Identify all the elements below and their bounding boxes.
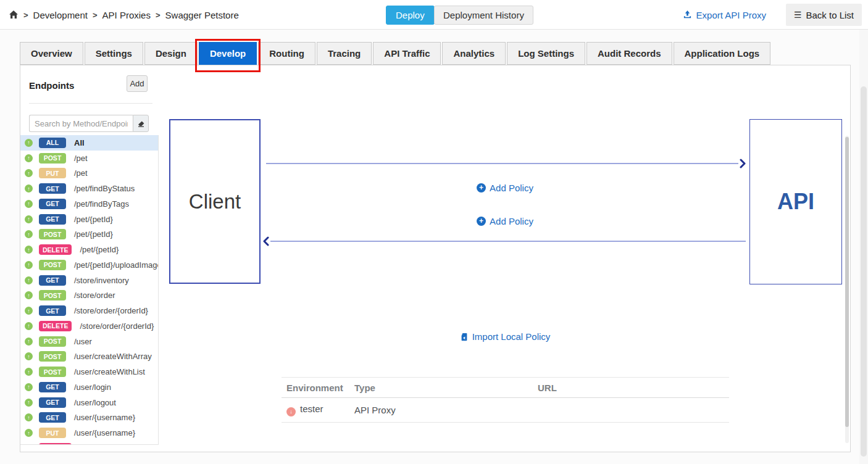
publish-up-icon[interactable]: ↑: [25, 352, 33, 360]
breadcrumb-item[interactable]: API Proxies: [102, 10, 151, 20]
endpoint-item[interactable]: ↑DELETE/store/order/{orderId}: [20, 318, 158, 334]
tab-routing[interactable]: Routing: [258, 42, 315, 65]
publish-up-icon[interactable]: ↑: [25, 139, 33, 147]
clear-search-button[interactable]: [133, 115, 149, 132]
endpoint-item[interactable]: ↑POST/user: [20, 334, 158, 349]
back-to-list-button[interactable]: ☰ Back to List: [786, 4, 862, 26]
tab-overview[interactable]: Overview: [20, 42, 83, 65]
publish-up-icon[interactable]: ↑: [25, 246, 33, 254]
publish-up-icon[interactable]: ↑: [25, 276, 33, 284]
page-scrollbar-thumb[interactable]: [861, 86, 867, 457]
endpoint-search-group: [29, 115, 149, 132]
request-add-policy-link[interactable]: + Add Policy: [477, 183, 533, 193]
endpoint-item[interactable]: ↑GET/user/logout: [20, 395, 158, 410]
endpoints-title: Endpoints: [29, 80, 74, 91]
endpoint-path: /user/{username}: [74, 428, 135, 437]
tab-log-settings[interactable]: Log Settings: [507, 42, 585, 65]
endpoint-item[interactable]: ↑GET/pet/findByTags: [20, 196, 158, 212]
endpoint-path: /pet/{petId}: [74, 215, 113, 224]
tab-application-logs[interactable]: Application Logs: [674, 42, 771, 65]
tab-develop[interactable]: Develop: [199, 42, 257, 65]
publish-up-icon[interactable]: ↑: [25, 169, 33, 177]
request-flow-line: [266, 163, 738, 164]
method-badge: POST: [39, 336, 66, 347]
deployment-history-button[interactable]: Deployment History: [434, 6, 533, 25]
endpoint-item[interactable]: ↑POST/user/createWithList: [20, 364, 158, 379]
endpoint-item[interactable]: ↑POST/pet: [20, 151, 158, 166]
endpoint-path: /user/logout: [74, 398, 116, 407]
export-upload-icon: [683, 10, 693, 20]
add-endpoint-button[interactable]: Add: [127, 75, 148, 92]
column-header-environment: Environment: [282, 378, 349, 398]
publish-up-icon[interactable]: ↑: [25, 383, 33, 391]
publish-up-icon[interactable]: ↑: [25, 444, 33, 445]
endpoint-item[interactable]: ↑GET/pet/{petId}: [20, 212, 158, 227]
endpoint-item[interactable]: ↑GET/store/order/{orderId}: [20, 303, 158, 318]
environment-row: ↓testerAPI Proxy: [282, 398, 729, 423]
response-add-policy-link[interactable]: + Add Policy: [477, 216, 533, 226]
environment-name: tester: [300, 404, 323, 414]
endpoint-path: /store/inventory: [74, 276, 129, 285]
endpoint-path: /pet: [74, 154, 88, 163]
export-api-proxy-label: Export API Proxy: [696, 10, 766, 20]
publish-up-icon[interactable]: ↑: [25, 215, 33, 223]
endpoint-item[interactable]: ↑PUT/pet: [20, 166, 158, 181]
import-local-policy-link[interactable]: Import Local Policy: [460, 331, 551, 342]
environment-status-icon[interactable]: ↓: [286, 407, 296, 416]
endpoint-item[interactable]: ↑GET/user/login: [20, 379, 158, 395]
publish-up-icon[interactable]: ↑: [25, 307, 33, 315]
home-icon[interactable]: [9, 10, 19, 20]
endpoint-path: /user/{username}: [74, 413, 135, 422]
endpoint-path: /pet/{petId}/uploadImage: [74, 260, 159, 270]
endpoint-item[interactable]: ↑POST/user/createWithArray: [20, 349, 158, 365]
endpoint-item[interactable]: ↑DELETE: [20, 441, 158, 445]
method-badge: PUT: [39, 168, 66, 178]
endpoint-path: /user: [74, 337, 92, 346]
publish-up-icon[interactable]: ↑: [25, 230, 33, 238]
publish-up-icon[interactable]: ↑: [25, 413, 33, 421]
breadcrumb-item[interactable]: Swagger Petstore: [165, 10, 239, 20]
endpoint-item[interactable]: ↑GET/store/inventory: [20, 273, 158, 288]
publish-up-icon[interactable]: ↑: [25, 399, 33, 407]
endpoint-item[interactable]: ↑PUT/user/{username}: [20, 425, 158, 441]
endpoint-item[interactable]: ↑GET/user/{username}: [20, 410, 158, 426]
publish-up-icon[interactable]: ↑: [25, 261, 33, 269]
method-badge: GET: [39, 382, 66, 392]
tab-design[interactable]: Design: [144, 42, 198, 65]
tab-analytics[interactable]: Analytics: [442, 42, 506, 65]
endpoint-item[interactable]: ↑POST/pet/{petId}: [20, 227, 158, 242]
tab-audit-records[interactable]: Audit Records: [586, 42, 672, 65]
endpoint-item[interactable]: ↑GET/pet/findByStatus: [20, 181, 158, 196]
main-panel: Endpoints Add ↑ALLAll↑POST/pet↑PUT/pet↑G…: [20, 65, 851, 452]
eraser-icon: [137, 120, 145, 128]
method-badge: GET: [39, 275, 66, 286]
endpoint-search-input[interactable]: [29, 115, 133, 132]
method-badge: POST: [39, 153, 66, 164]
tab-api-traffic[interactable]: API Traffic: [373, 42, 441, 65]
publish-up-icon[interactable]: ↑: [25, 322, 33, 330]
publish-up-icon[interactable]: ↑: [25, 200, 33, 208]
endpoint-item[interactable]: ↑ALLAll: [20, 135, 158, 151]
publish-up-icon[interactable]: ↑: [25, 154, 33, 162]
endpoint-list-scrollbar[interactable]: [845, 136, 849, 443]
endpoint-item[interactable]: ↑POST/pet/{petId}/uploadImage: [20, 257, 158, 273]
request-arrowhead-icon: [740, 159, 746, 168]
back-to-list-label: Back to List: [806, 10, 854, 20]
column-header-url: URL: [533, 378, 729, 398]
tab-settings[interactable]: Settings: [85, 42, 143, 65]
import-local-policy-label: Import Local Policy: [472, 331, 551, 342]
export-api-proxy-link[interactable]: Export API Proxy: [683, 0, 766, 30]
tab-tracing[interactable]: Tracing: [317, 42, 372, 65]
publish-up-icon[interactable]: ↑: [25, 184, 33, 193]
publish-up-icon[interactable]: ↑: [25, 368, 33, 376]
publish-up-icon[interactable]: ↑: [25, 429, 33, 437]
deploy-button[interactable]: Deploy: [386, 6, 435, 25]
column-header-type: Type: [349, 378, 533, 398]
page-scrollbar[interactable]: [859, 30, 868, 464]
breadcrumb-item[interactable]: Development: [33, 10, 88, 20]
publish-up-icon[interactable]: ↑: [25, 338, 33, 346]
endpoint-list-scrollbar-thumb[interactable]: [845, 137, 849, 427]
endpoint-item[interactable]: ↑POST/store/order: [20, 288, 158, 304]
publish-up-icon[interactable]: ↑: [25, 291, 33, 299]
endpoint-item[interactable]: ↑DELETE/pet/{petId}: [20, 242, 158, 257]
